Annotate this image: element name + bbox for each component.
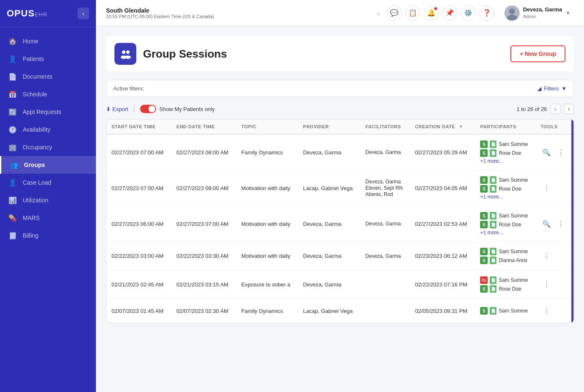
notes-button[interactable]: 📋	[405, 5, 420, 21]
participant-name: Dianna Anist	[499, 257, 527, 263]
topic-cell: Motivation with daily	[236, 206, 298, 242]
help-button[interactable]: ❓	[479, 5, 494, 21]
more-options-icon[interactable]: ⋮	[541, 279, 552, 291]
page-title-area: Group Sessions	[114, 43, 227, 65]
col-end-date: END DATE TIME	[171, 119, 236, 134]
clipboard-button[interactable]: 📌	[442, 5, 457, 21]
sidebar-item-availability[interactable]: 🕐 Availability	[0, 121, 96, 138]
chat-button[interactable]: 💬	[387, 5, 402, 21]
content-area: Group Sessions + New Group Active filter…	[96, 26, 584, 392]
topic-cell: Motivation with daily	[236, 242, 298, 270]
participant-doc-icon: 📄	[490, 248, 496, 255]
end-date-cell: 02/22/2023 03:30 AM	[171, 242, 236, 270]
facilitators-cell-td: Deveza, Garma	[361, 134, 410, 170]
participant-status-badge: S	[480, 149, 488, 157]
col-tools: TOOLS	[536, 119, 573, 134]
next-page-button[interactable]: ›	[564, 104, 574, 114]
more-options-icon[interactable]: ⋮	[555, 218, 567, 230]
col-topic: TOPIC	[236, 119, 298, 134]
sidebar-item-schedule[interactable]: 📅 Schedule	[0, 85, 96, 103]
sidebar-item-case-load[interactable]: 👤 Case Load	[0, 174, 96, 191]
new-group-button[interactable]: + New Group	[510, 45, 565, 62]
participants-cell: S 📄 Sam Summe S 📄 Rose Doe +1 more...	[480, 140, 531, 164]
more-options-icon[interactable]: ⋮	[541, 305, 552, 317]
col-provider: PROVIDER	[298, 119, 360, 134]
col-creation-date: CREATION DATE ▼	[410, 119, 475, 134]
sidebar-logo: OPUSEHR ‹	[0, 0, 96, 27]
col-participants: PARTICIPANTS	[475, 119, 536, 134]
main-area: South Glendale 10:55 PM (UTC-05:00) East…	[96, 0, 584, 392]
participant-name: Rose Doe	[499, 150, 521, 156]
participant-status-badge: S	[480, 176, 488, 184]
show-my-patients-toggle[interactable]: Show My Patients only	[140, 105, 215, 113]
billing-icon: 🧾	[8, 231, 17, 240]
schedule-icon: 📅	[8, 90, 17, 98]
more-participants-link[interactable]: +1 more...	[480, 194, 531, 200]
pagination: 1 to 26 of 26 ‹ ›	[517, 104, 574, 114]
participant-status-badge: S	[480, 221, 488, 228]
tools-cell: ⋮	[541, 182, 568, 194]
sidebar-item-appt-requests[interactable]: 🔄 Appt Requests	[0, 103, 96, 121]
more-participants-link[interactable]: +1 more...	[480, 158, 531, 164]
sidebar-item-patients[interactable]: 👤 Patients	[0, 50, 96, 68]
utilization-icon: 📊	[8, 196, 17, 204]
participant-doc-icon: 📄	[490, 221, 496, 228]
table-row: 02/27/2023 07:00 AM 02/27/2023 08:00 AM …	[106, 170, 573, 206]
creation-date-cell: 02/23/2023 06:12 AM	[410, 242, 475, 270]
tools-cell: 🔍⋮	[541, 146, 568, 158]
search-tool-icon[interactable]: 🔍	[541, 146, 552, 158]
user-menu[interactable]: Deveza, Garma Admin ▼	[501, 4, 574, 22]
more-participants-link[interactable]: +1 more...	[480, 230, 531, 236]
sidebar-item-occupancy[interactable]: 🏢 Occupancy	[0, 138, 96, 156]
toggle-switch-control[interactable]	[140, 105, 156, 113]
start-date-cell: 02/27/2023 06:00 AM	[106, 206, 171, 242]
table-row: 02/22/2023 03:00 AM 02/22/2023 03:30 AM …	[106, 242, 573, 270]
facilitators-cell: Deveza, Garma	[366, 149, 405, 155]
back-button[interactable]: ‹	[77, 8, 89, 19]
participant-doc-icon: 📄	[490, 307, 496, 315]
table-row: 02/21/2023 02:45 AM 02/21/2023 03:15 AM …	[106, 270, 573, 299]
sidebar-item-utilization[interactable]: 📊 Utilization	[0, 191, 96, 209]
sidebar-item-label: Availability	[23, 126, 50, 133]
sort-icon: ▼	[458, 124, 463, 130]
sidebar-item-documents[interactable]: 📄 Documents	[0, 68, 96, 85]
search-tool-icon[interactable]: 🔍	[541, 218, 552, 230]
participant-badge: S 📄 Rose Doe	[480, 221, 531, 228]
participant-name: Rose Doe	[499, 286, 521, 292]
participant-doc-icon: 📄	[490, 185, 496, 193]
sidebar-item-label: Schedule	[23, 91, 47, 98]
notifications-button[interactable]: 🔔	[424, 5, 439, 21]
table-scroll[interactable]: START DATE TIME END DATE TIME TOPIC PROV…	[106, 119, 573, 323]
participant-badge: S 📄 Sam Summe	[480, 248, 531, 255]
chevron-down-icon: ▼	[561, 85, 567, 92]
more-options-icon[interactable]: ⋮	[541, 182, 552, 194]
topic-cell: Motivation with daily	[236, 170, 298, 206]
user-dropdown-icon: ▼	[565, 10, 571, 16]
end-date-cell: 02/07/2023 02:30 AM	[171, 299, 236, 323]
more-options-icon[interactable]: ⋮	[555, 146, 567, 158]
svg-point-3	[122, 50, 125, 54]
tools-cell: 🔍⋮	[541, 218, 568, 230]
sidebar-item-home[interactable]: 🏠 Home	[0, 32, 96, 50]
sidebar-item-groups[interactable]: 👥 Groups	[0, 156, 96, 174]
creation-date-cell: 02/27/2023 05:29 AM	[410, 134, 475, 170]
participant-name: Rose Doe	[499, 186, 521, 192]
sidebar-item-label: Groups	[24, 162, 45, 168]
occupancy-icon: 🏢	[8, 143, 17, 151]
export-button[interactable]: ⬇ Export	[106, 106, 128, 112]
sidebar-item-billing[interactable]: 🧾 Billing	[0, 227, 96, 244]
creation-date-cell: 02/27/2023 04:05 AM	[410, 170, 475, 206]
settings-button[interactable]: ⚙️	[461, 5, 476, 21]
participants-cell-td: S 📄 Sam Summe	[475, 299, 536, 323]
prev-page-button[interactable]: ‹	[550, 104, 560, 114]
participant-status-badge: S	[480, 185, 488, 193]
filters-button[interactable]: ◢ Filters ▼	[537, 85, 567, 92]
participant-badge: S 📄 Sam Summe	[480, 140, 531, 148]
table-header-row: START DATE TIME END DATE TIME TOPIC PROV…	[106, 119, 573, 134]
location-dropdown-icon[interactable]: ⬦	[377, 10, 380, 16]
user-role: Admin	[523, 13, 562, 19]
more-options-icon[interactable]: ⋮	[541, 250, 552, 262]
provider-cell: Deveza, Garma	[298, 270, 360, 299]
start-date-cell: 02/27/2023 07:00 AM	[106, 134, 171, 170]
sidebar-item-mars[interactable]: 💊 MARS	[0, 209, 96, 227]
